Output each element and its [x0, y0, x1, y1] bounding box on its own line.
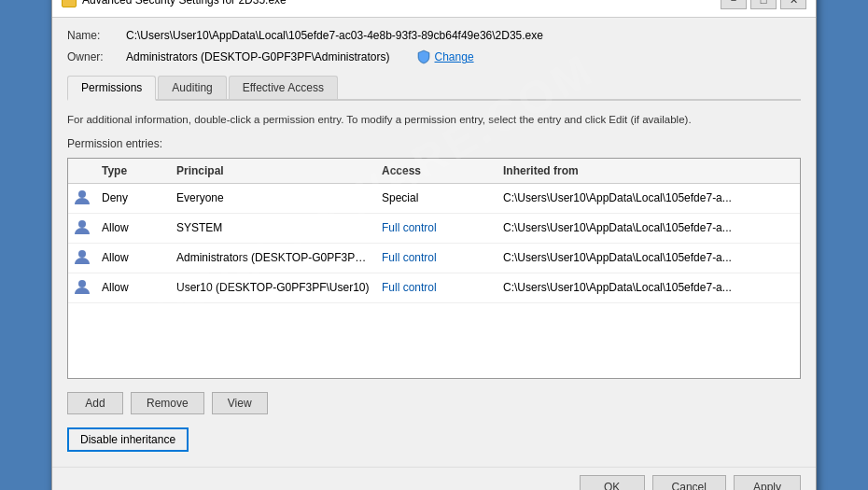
- footer: OK Cancel Apply: [52, 467, 816, 490]
- table-row[interactable]: Deny Everyone Special C:\Users\User10\Ap…: [68, 184, 800, 214]
- dialog-content: Name: C:\Users\User10\AppData\Local\105e…: [52, 18, 816, 462]
- tabs: Permissions Auditing Effective Access: [67, 76, 801, 101]
- table-row[interactable]: Allow SYSTEM Full control C:\Users\User1…: [68, 214, 800, 244]
- tab-effective-access[interactable]: Effective Access: [229, 76, 338, 99]
- svg-point-2: [78, 250, 86, 258]
- minimize-button[interactable]: −: [721, 0, 747, 9]
- row-access: Full control: [376, 278, 497, 297]
- tab-auditing[interactable]: Auditing: [158, 76, 226, 99]
- row-icon: [68, 216, 96, 241]
- remove-button[interactable]: Remove: [131, 392, 204, 414]
- row-type: Allow: [96, 218, 171, 237]
- window-icon: [62, 0, 77, 7]
- row-access: Full control: [376, 248, 497, 267]
- name-label: Name:: [67, 29, 119, 42]
- user-icon: [74, 278, 91, 295]
- owner-row: Owner: Administrators (DESKTOP-G0PF3PF\A…: [67, 49, 801, 64]
- cancel-button[interactable]: Cancel: [652, 475, 726, 490]
- table-row[interactable]: Allow User10 (DESKTOP-G0PF3PF\User10) Fu…: [68, 273, 800, 303]
- col-inherited: Inherited from: [497, 161, 800, 180]
- apply-button[interactable]: Apply: [734, 475, 801, 490]
- row-type: Allow: [96, 248, 171, 267]
- title-controls: − □ ✕: [721, 0, 806, 9]
- title-bar: Advanced Security Settings for 2D35.exe …: [52, 0, 816, 18]
- row-access: Full control: [376, 218, 497, 237]
- svg-point-1: [78, 220, 86, 228]
- row-principal: Administrators (DESKTOP-G0PF3PF\Admini..…: [171, 248, 376, 267]
- row-inherited: C:\Users\User10\AppData\Local\105efde7-a…: [497, 218, 800, 237]
- svg-point-0: [78, 190, 86, 198]
- row-icon: [68, 245, 96, 271]
- section-label: Permission entries:: [67, 137, 801, 150]
- svg-point-3: [78, 280, 86, 287]
- col-type: Type: [96, 161, 171, 180]
- add-button[interactable]: Add: [67, 392, 123, 414]
- owner-label: Owner:: [67, 50, 119, 63]
- table-empty-area: [68, 303, 800, 378]
- row-icon: [68, 275, 96, 301]
- change-link[interactable]: Change: [416, 49, 474, 64]
- row-principal: Everyone: [171, 189, 376, 207]
- user-icon: [74, 189, 91, 205]
- close-button[interactable]: ✕: [780, 0, 806, 9]
- col-principal: Principal: [171, 161, 376, 180]
- user-icon: [74, 218, 91, 235]
- shield-icon: [416, 49, 431, 64]
- disable-inheritance-button[interactable]: Disable inheritance: [67, 427, 189, 452]
- ok-button[interactable]: OK: [580, 475, 645, 490]
- row-principal: User10 (DESKTOP-G0PF3PF\User10): [171, 278, 376, 297]
- window-title: Advanced Security Settings for 2D35.exe: [82, 0, 287, 7]
- row-type: Allow: [96, 278, 171, 297]
- action-buttons: Add Remove View: [67, 392, 801, 414]
- maximize-button[interactable]: □: [750, 0, 777, 9]
- description-text: For additional information, double-click…: [67, 112, 801, 127]
- tab-permissions[interactable]: Permissions: [67, 76, 156, 101]
- name-row: Name: C:\Users\User10\AppData\Local\105e…: [67, 29, 801, 42]
- name-value: C:\Users\User10\AppData\Local\105efde7-a…: [126, 29, 543, 42]
- row-inherited: C:\Users\User10\AppData\Local\105efde7-a…: [497, 248, 800, 267]
- table-row[interactable]: Allow Administrators (DESKTOP-G0PF3PF\Ad…: [68, 244, 800, 273]
- main-window: Advanced Security Settings for 2D35.exe …: [51, 0, 817, 490]
- owner-value: Administrators (DESKTOP-G0PF3PF\Administ…: [126, 50, 390, 63]
- table-header: Type Principal Access Inherited from: [68, 159, 800, 184]
- change-label: Change: [435, 50, 474, 63]
- row-icon: [68, 186, 96, 211]
- row-type: Deny: [96, 189, 171, 207]
- permission-table: Type Principal Access Inherited from Den…: [67, 158, 801, 379]
- user-icon: [74, 248, 91, 265]
- view-button[interactable]: View: [212, 392, 268, 414]
- row-principal: SYSTEM: [171, 218, 376, 237]
- row-access: Special: [376, 189, 497, 207]
- col-access: Access: [376, 161, 497, 180]
- row-inherited: C:\Users\User10\AppData\Local\105efde7-a…: [497, 189, 800, 207]
- row-inherited: C:\Users\User10\AppData\Local\105efde7-a…: [497, 278, 800, 297]
- col-icon: [68, 161, 96, 180]
